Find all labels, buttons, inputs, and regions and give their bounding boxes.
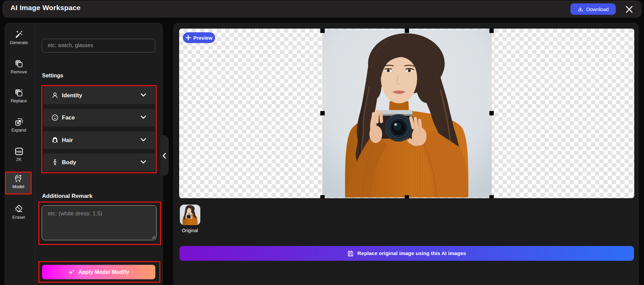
svg-text:HD: HD <box>16 150 21 153</box>
